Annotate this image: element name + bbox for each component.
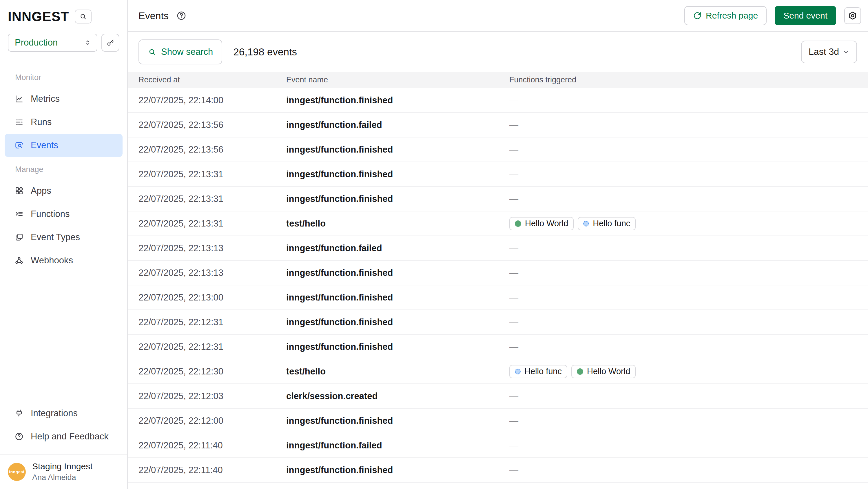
cell-functions-triggered: — xyxy=(509,483,868,489)
sidebar-item-label: Help and Feedback xyxy=(31,431,108,442)
sidebar-item-metrics[interactable]: Metrics xyxy=(5,87,123,111)
sidebar-item-integrations[interactable]: Integrations xyxy=(5,402,123,425)
page-header: Events Refresh page Send event xyxy=(128,0,868,32)
cell-received-at: 22/07/2025, 22:12:30 xyxy=(138,366,286,377)
function-badge-label: Hello func xyxy=(593,219,630,228)
cell-event-name: inngest/function.finished xyxy=(286,317,509,327)
event-keys-button[interactable] xyxy=(101,34,119,52)
cell-received-at: 22/07/2025, 22:12:00 xyxy=(138,415,286,426)
sidebar-item-event-types[interactable]: Event Types xyxy=(5,226,123,249)
sidebar: INNGEST Production xyxy=(0,0,128,489)
no-functions-dash: — xyxy=(509,144,518,155)
no-functions-dash: — xyxy=(509,342,518,352)
cell-functions-triggered: — xyxy=(509,415,868,426)
sidebar-item-label: Events xyxy=(31,140,58,150)
refresh-icon xyxy=(693,11,702,20)
sidebar-item-runs[interactable]: Runs xyxy=(5,111,123,134)
send-event-button[interactable]: Send event xyxy=(775,6,836,25)
plug-icon xyxy=(14,409,24,418)
table-row[interactable]: 22/07/2025, 22:11:40inngest/function.fai… xyxy=(128,433,868,458)
cell-received-at: 22/07/2025, 22:13:00 xyxy=(138,292,286,303)
sidebar-item-events[interactable]: Events xyxy=(5,134,123,157)
account-menu[interactable]: inngest Staging Inngest Ana Almeida xyxy=(0,454,127,489)
no-functions-dash: — xyxy=(509,440,518,451)
cell-event-name: inngest/function.failed xyxy=(286,120,509,130)
table-row[interactable]: 22/07/2025, 22:14:00inngest/function.fin… xyxy=(128,88,868,113)
function-badge[interactable]: Hello World xyxy=(509,217,574,230)
sidebar-spacer xyxy=(0,272,127,402)
workspace-name: Staging Inngest xyxy=(32,461,93,471)
function-badge-label: Hello World xyxy=(587,367,630,376)
chevron-down-icon xyxy=(842,49,849,55)
show-search-button[interactable]: Show search xyxy=(138,39,222,64)
sidebar-item-label: Integrations xyxy=(31,408,78,419)
settings-button[interactable] xyxy=(844,7,861,24)
cell-received-at: 22/07/2025, 22:12:31 xyxy=(138,317,286,327)
environment-select-value: Production xyxy=(15,37,58,48)
page-title: Events xyxy=(138,10,168,22)
key-icon xyxy=(106,38,115,47)
cell-received-at: 22/07/2025, 22:11:13 xyxy=(138,483,286,489)
cell-functions-triggered: — xyxy=(509,317,868,327)
cell-functions-triggered: — xyxy=(509,342,868,352)
user-name: Ana Almeida xyxy=(32,473,93,482)
table-row[interactable]: 22/07/2025, 22:12:00inngest/function.fin… xyxy=(128,409,868,433)
cell-event-name: test/hello xyxy=(286,366,509,377)
table-row[interactable]: 22/07/2025, 22:11:13inngest/function.fin… xyxy=(128,483,868,489)
cell-received-at: 22/07/2025, 22:12:31 xyxy=(138,342,286,352)
cell-event-name: inngest/function.finished xyxy=(286,415,509,426)
apps-grid-icon xyxy=(14,186,24,196)
table-row[interactable]: 22/07/2025, 22:12:31inngest/function.fin… xyxy=(128,335,868,359)
column-header-event-name: Event name xyxy=(286,76,509,84)
cell-functions-triggered: — xyxy=(509,95,868,106)
table-row[interactable]: 22/07/2025, 22:13:56inngest/function.fai… xyxy=(128,113,868,138)
table-row[interactable]: 22/07/2025, 22:13:31test/helloHello Worl… xyxy=(128,211,868,236)
global-search-button[interactable] xyxy=(75,9,92,24)
cell-received-at: 22/07/2025, 22:11:40 xyxy=(138,465,286,476)
table-row[interactable]: 22/07/2025, 22:13:13inngest/function.fin… xyxy=(128,261,868,285)
metrics-chart-icon xyxy=(14,94,24,104)
event-types-copy-icon xyxy=(14,233,24,242)
table-row[interactable]: 22/07/2025, 22:13:31inngest/function.fin… xyxy=(128,187,868,211)
sidebar-item-apps[interactable]: Apps xyxy=(5,179,123,202)
time-range-select[interactable]: Last 3d xyxy=(801,40,857,63)
no-functions-dash: — xyxy=(509,243,518,254)
table-row[interactable]: 22/07/2025, 22:13:31inngest/function.fin… xyxy=(128,162,868,187)
function-badge[interactable]: Hello func xyxy=(509,365,567,378)
help-circle-icon[interactable] xyxy=(176,10,187,21)
cell-received-at: 22/07/2025, 22:11:40 xyxy=(138,440,286,451)
table-row[interactable]: 22/07/2025, 22:13:00inngest/function.fin… xyxy=(128,285,868,310)
table-row[interactable]: 22/07/2025, 22:13:13inngest/function.fai… xyxy=(128,236,868,261)
cell-event-name: inngest/function.finished xyxy=(286,342,509,352)
functions-code-icon xyxy=(14,209,24,219)
sidebar-item-functions[interactable]: Functions xyxy=(5,202,123,226)
table-header: Received at Event name Functions trigger… xyxy=(128,71,868,88)
table-row[interactable]: 22/07/2025, 22:12:30test/helloHello func… xyxy=(128,359,868,384)
function-badge-label: Hello World xyxy=(525,219,568,228)
sidebar-footer-nav: Integrations Help and Feedback xyxy=(0,402,127,454)
refresh-page-button[interactable]: Refresh page xyxy=(684,6,767,25)
cell-functions-triggered: — xyxy=(509,465,868,476)
function-badge[interactable]: Hello func xyxy=(578,217,636,230)
table-row[interactable]: 22/07/2025, 22:11:40inngest/function.fin… xyxy=(128,458,868,483)
cell-received-at: 22/07/2025, 22:13:56 xyxy=(138,144,286,155)
no-functions-dash: — xyxy=(509,194,518,204)
cell-functions-triggered: Hello funcHello World xyxy=(509,365,868,378)
table-row[interactable]: 22/07/2025, 22:12:03clerk/session.create… xyxy=(128,384,868,409)
sidebar-item-webhooks[interactable]: Webhooks xyxy=(5,249,123,272)
cell-event-name: inngest/function.finished xyxy=(286,483,509,489)
function-badge[interactable]: Hello World xyxy=(571,365,636,378)
inngest-logo: INNGEST xyxy=(8,9,69,24)
cell-received-at: 22/07/2025, 22:13:31 xyxy=(138,194,286,204)
cell-received-at: 22/07/2025, 22:13:31 xyxy=(138,169,286,179)
sidebar-item-help-feedback[interactable]: Help and Feedback xyxy=(5,425,123,448)
table-row[interactable]: 22/07/2025, 22:12:31inngest/function.fin… xyxy=(128,310,868,335)
search-icon xyxy=(79,12,87,21)
no-functions-dash: — xyxy=(509,465,518,476)
table-row[interactable]: 22/07/2025, 22:13:56inngest/function.fin… xyxy=(128,138,868,162)
environment-select[interactable]: Production xyxy=(8,34,97,52)
sidebar-item-label: Event Types xyxy=(31,232,80,242)
cell-event-name: inngest/function.failed xyxy=(286,243,509,254)
sidebar-nav: Monitor Metrics Runs xyxy=(0,65,127,272)
main-content: Events Refresh page Send event xyxy=(128,0,868,489)
